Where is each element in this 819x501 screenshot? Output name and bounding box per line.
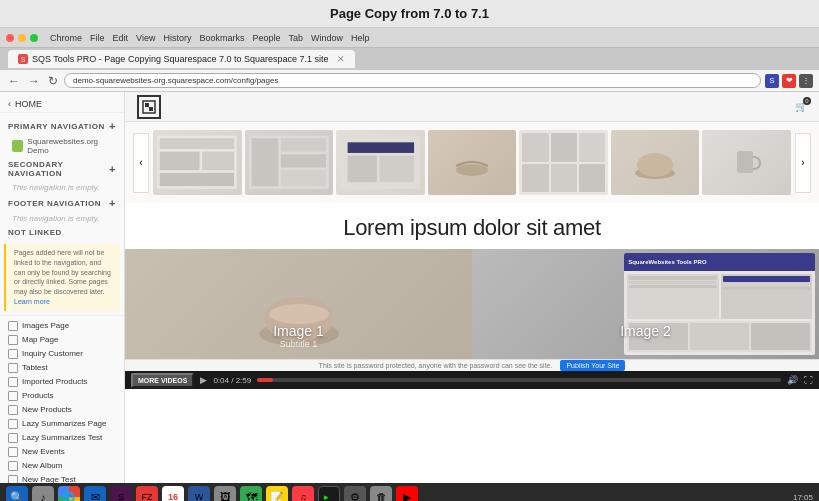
taskbar-icon-mail[interactable]: ✉ <box>84 486 106 501</box>
svg-rect-20 <box>737 151 753 173</box>
menu-help[interactable]: Help <box>351 33 370 43</box>
bottom-section: Image 1 Subtitle 1 SquareWebsites Tools … <box>125 249 819 359</box>
taskbar-icon-word[interactable]: W <box>188 486 210 501</box>
primary-nav-section: PRIMARY NAVIGATION + <box>0 117 124 135</box>
menu-edit[interactable]: Edit <box>113 33 129 43</box>
fullscreen-icon[interactable]: ⛶ <box>804 375 813 385</box>
extension-icon-3[interactable]: ⋮ <box>799 74 813 88</box>
taskbar-time: 17:05 <box>793 493 813 502</box>
page-label: New Products <box>22 405 72 414</box>
gallery-row: ‹ <box>133 130 811 195</box>
not-linked-info: Pages added here will not be linked to t… <box>4 244 120 311</box>
sidebar-page-lazy-test[interactable]: Lazy Summarizes Test <box>0 431 124 445</box>
taskbar-icon-slack[interactable]: S <box>110 486 132 501</box>
video-progress[interactable] <box>257 378 781 382</box>
address-bar-row: ← → ↻ S ❤ ⋮ <box>0 70 819 92</box>
maximize-window-button[interactable] <box>30 34 38 42</box>
sidebar-page-album[interactable]: New Album <box>0 459 124 473</box>
gallery-prev-button[interactable]: ‹ <box>133 133 149 193</box>
menu-history[interactable]: History <box>163 33 191 43</box>
svg-rect-6 <box>203 152 235 171</box>
taskbar-icon-photos[interactable]: 🖼 <box>214 486 236 501</box>
tab-close-icon[interactable]: ✕ <box>337 54 345 64</box>
sidebar-page-inquiry[interactable]: Inquiry Customer <box>0 347 124 361</box>
gallery-next-button[interactable]: › <box>795 133 811 193</box>
publish-button[interactable]: Publish Your Site <box>560 360 625 371</box>
page-label: Lazy Summarizes Page <box>22 419 106 428</box>
taskbar-icon-trash[interactable]: 🗑 <box>370 486 392 501</box>
sidebar-page-map[interactable]: Map Page <box>0 333 124 347</box>
menu-view[interactable]: View <box>136 33 155 43</box>
secondary-nav-add-button[interactable]: + <box>109 163 116 175</box>
footer-nav-add-button[interactable]: + <box>109 197 116 209</box>
gallery-item-2[interactable] <box>245 130 334 195</box>
menu-file[interactable]: File <box>90 33 105 43</box>
svg-point-23 <box>269 304 329 324</box>
gallery-item-bowl-2[interactable] <box>611 130 700 195</box>
password-bar: This site is password protected, anyone … <box>125 359 819 371</box>
gallery-item-products[interactable] <box>519 130 608 195</box>
taskbar-icon-notes[interactable]: 📝 <box>266 486 288 501</box>
gallery-item-mug[interactable] <box>702 130 791 195</box>
not-linked-label: NOT LINKED <box>8 228 62 237</box>
sidebar-page-images[interactable]: Images Page <box>0 319 124 333</box>
volume-icon[interactable]: 🔊 <box>787 375 798 385</box>
taskbar-icon-chrome[interactable]: 🌐 <box>58 486 80 501</box>
sidebar-site-item[interactable]: Squarewebsites.org Demo <box>0 135 124 157</box>
gallery-item-3[interactable] <box>336 130 425 195</box>
toolbar-icons: S ❤ ⋮ <box>765 74 813 88</box>
menu-people[interactable]: People <box>252 33 280 43</box>
address-input[interactable] <box>64 73 761 88</box>
site-icon <box>12 140 23 152</box>
video-bar: MORE VIDEOS ▶ 0:04 / 2:59 🔊 ⛶ <box>125 371 819 389</box>
taskbar-icon-youtube[interactable]: ▶ <box>396 486 418 501</box>
taskbar-icon-finder[interactable]: 🔍 <box>6 486 28 501</box>
forward-button[interactable]: → <box>26 74 42 88</box>
tab-bar: S SQS Tools PRO - Page Copying Squarespa… <box>0 48 819 70</box>
back-button[interactable]: ← <box>6 74 22 88</box>
extension-icon-1[interactable]: S <box>765 74 779 88</box>
taskbar-icon-settings[interactable]: ⚙ <box>344 486 366 501</box>
page-icon <box>8 419 18 429</box>
browser-tab-active[interactable]: S SQS Tools PRO - Page Copying Squarespa… <box>8 50 355 68</box>
more-videos-button[interactable]: MORE VIDEOS <box>131 373 194 388</box>
taskbar-icon-maps[interactable]: 🗺 <box>240 486 262 501</box>
page-icon <box>8 447 18 457</box>
sidebar-page-new-products[interactable]: New Products <box>0 403 124 417</box>
menu-bookmarks[interactable]: Bookmarks <box>199 33 244 43</box>
taskbar-icon-filezilla[interactable]: FZ <box>136 486 158 501</box>
gallery-item-bowl-1[interactable] <box>428 130 517 195</box>
page-label: Products <box>22 391 54 400</box>
menu-tab[interactable]: Tab <box>288 33 303 43</box>
svg-rect-4 <box>160 139 234 150</box>
gallery-item-1[interactable] <box>153 130 242 195</box>
learn-more-link[interactable]: Learn more <box>14 298 50 305</box>
menu-chrome[interactable]: Chrome <box>50 33 82 43</box>
close-window-button[interactable] <box>6 34 14 42</box>
sidebar-page-test[interactable]: New Page Test <box>0 473 124 484</box>
bottom-image-2[interactable]: SquareWebsites Tools PRO <box>472 249 819 359</box>
minimize-window-button[interactable] <box>18 34 26 42</box>
sidebar-page-lazy-sum[interactable]: Lazy Summarizes Page <box>0 417 124 431</box>
svg-rect-16 <box>379 156 414 183</box>
page-icon <box>8 335 18 345</box>
menu-window[interactable]: Window <box>311 33 343 43</box>
play-icon[interactable]: ▶ <box>200 375 207 385</box>
main-content: ‹ HOME PRIMARY NAVIGATION + Squarewebsit… <box>0 92 819 483</box>
sidebar-page-imported[interactable]: Imported Products <box>0 375 124 389</box>
password-bar-text: This site is password protected, anyone … <box>319 362 553 369</box>
primary-nav-add-button[interactable]: + <box>109 120 116 132</box>
svg-rect-11 <box>281 155 326 168</box>
sidebar-page-events[interactable]: New Events <box>0 445 124 459</box>
taskbar-icon-music2[interactable]: ♫ <box>292 486 314 501</box>
taskbar-icon-calendar[interactable]: 16 <box>162 486 184 501</box>
extension-icon-2[interactable]: ❤ <box>782 74 796 88</box>
refresh-button[interactable]: ↻ <box>46 74 60 88</box>
bottom-image-1[interactable]: Image 1 Subtitle 1 <box>125 249 472 359</box>
sidebar-home-link[interactable]: ‹ HOME <box>0 96 124 113</box>
cart-icon[interactable]: 🛒 0 <box>795 101 807 112</box>
taskbar-icon-music[interactable]: ♪ <box>32 486 54 501</box>
sidebar-page-products[interactable]: Products <box>0 389 124 403</box>
taskbar-icon-terminal[interactable]: ▸_ <box>318 486 340 501</box>
sidebar-page-tabtest[interactable]: Tabtest <box>0 361 124 375</box>
